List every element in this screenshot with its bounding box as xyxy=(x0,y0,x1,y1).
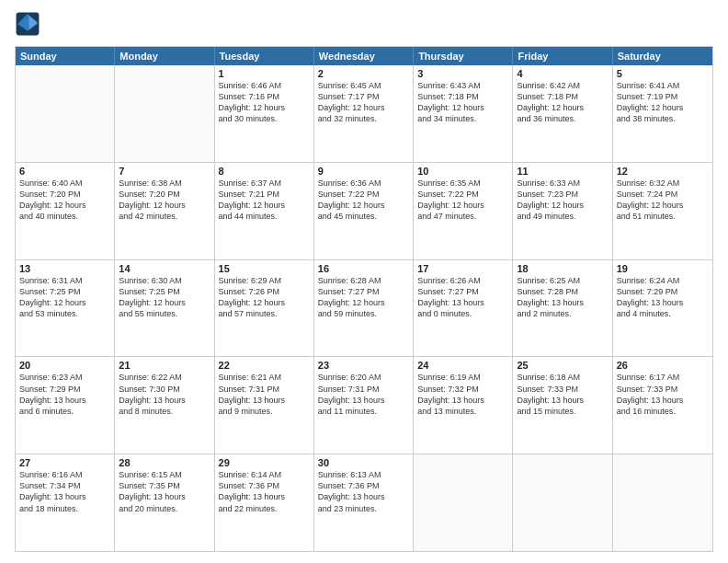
day-info: Sunrise: 6:30 AM Sunset: 7:25 PM Dayligh… xyxy=(119,275,210,320)
day-number: 19 xyxy=(617,263,709,274)
day-info: Sunrise: 6:31 AM Sunset: 7:25 PM Dayligh… xyxy=(19,275,110,320)
logo xyxy=(15,11,44,37)
day-number: 28 xyxy=(119,457,210,468)
day-cell-9: 9Sunrise: 6:36 AM Sunset: 7:22 PM Daylig… xyxy=(314,163,414,259)
day-number: 2 xyxy=(318,68,409,79)
weekday-header-thursday: Thursday xyxy=(414,47,513,65)
day-number: 27 xyxy=(19,457,110,468)
calendar-row-3: 13Sunrise: 6:31 AM Sunset: 7:25 PM Dayli… xyxy=(16,260,712,358)
day-info: Sunrise: 6:25 AM Sunset: 7:28 PM Dayligh… xyxy=(517,275,608,320)
day-cell-15: 15Sunrise: 6:29 AM Sunset: 7:26 PM Dayli… xyxy=(215,260,314,357)
day-info: Sunrise: 6:13 AM Sunset: 7:36 PM Dayligh… xyxy=(318,469,409,514)
day-info: Sunrise: 6:22 AM Sunset: 7:30 PM Dayligh… xyxy=(119,372,210,417)
day-info: Sunrise: 6:24 AM Sunset: 7:29 PM Dayligh… xyxy=(617,275,709,320)
day-info: Sunrise: 6:26 AM Sunset: 7:27 PM Dayligh… xyxy=(417,275,508,320)
day-info: Sunrise: 6:46 AM Sunset: 7:16 PM Dayligh… xyxy=(219,80,310,125)
day-cell-19: 19Sunrise: 6:24 AM Sunset: 7:29 PM Dayli… xyxy=(613,260,712,357)
day-cell-13: 13Sunrise: 6:31 AM Sunset: 7:25 PM Dayli… xyxy=(16,260,115,357)
day-info: Sunrise: 6:36 AM Sunset: 7:22 PM Dayligh… xyxy=(318,178,409,223)
day-info: Sunrise: 6:17 AM Sunset: 7:33 PM Dayligh… xyxy=(617,372,709,417)
calendar-header-row: SundayMondayTuesdayWednesdayThursdayFrid… xyxy=(16,47,712,65)
day-cell-20: 20Sunrise: 6:23 AM Sunset: 7:29 PM Dayli… xyxy=(16,357,115,454)
day-info: Sunrise: 6:15 AM Sunset: 7:35 PM Dayligh… xyxy=(119,469,210,514)
weekday-header-saturday: Saturday xyxy=(613,47,712,65)
logo-icon xyxy=(15,11,40,37)
day-cell-21: 21Sunrise: 6:22 AM Sunset: 7:30 PM Dayli… xyxy=(115,357,214,454)
day-number: 29 xyxy=(219,457,310,468)
day-cell-2: 2Sunrise: 6:45 AM Sunset: 7:17 PM Daylig… xyxy=(314,65,414,162)
day-cell-27: 27Sunrise: 6:16 AM Sunset: 7:34 PM Dayli… xyxy=(16,454,115,551)
day-info: Sunrise: 6:19 AM Sunset: 7:32 PM Dayligh… xyxy=(417,372,508,417)
day-number: 8 xyxy=(219,166,310,177)
day-cell-5: 5Sunrise: 6:41 AM Sunset: 7:19 PM Daylig… xyxy=(613,65,712,162)
day-number: 13 xyxy=(19,263,110,274)
day-cell-8: 8Sunrise: 6:37 AM Sunset: 7:21 PM Daylig… xyxy=(215,163,314,259)
calendar-row-5: 27Sunrise: 6:16 AM Sunset: 7:34 PM Dayli… xyxy=(16,454,712,551)
day-info: Sunrise: 6:45 AM Sunset: 7:17 PM Dayligh… xyxy=(318,80,409,125)
day-number: 23 xyxy=(318,360,409,371)
day-cell-29: 29Sunrise: 6:14 AM Sunset: 7:36 PM Dayli… xyxy=(215,454,314,551)
day-cell-10: 10Sunrise: 6:35 AM Sunset: 7:22 PM Dayli… xyxy=(414,163,513,259)
empty-cell-r4c4 xyxy=(414,454,513,551)
day-number: 21 xyxy=(119,360,210,371)
calendar: SundayMondayTuesdayWednesdayThursdayFrid… xyxy=(15,46,713,552)
day-number: 9 xyxy=(318,166,409,177)
day-info: Sunrise: 6:32 AM Sunset: 7:24 PM Dayligh… xyxy=(617,178,709,223)
day-cell-24: 24Sunrise: 6:19 AM Sunset: 7:32 PM Dayli… xyxy=(414,357,513,454)
calendar-row-4: 20Sunrise: 6:23 AM Sunset: 7:29 PM Dayli… xyxy=(16,357,712,454)
empty-cell-r4c6 xyxy=(613,454,712,551)
day-info: Sunrise: 6:14 AM Sunset: 7:36 PM Dayligh… xyxy=(219,469,310,514)
day-info: Sunrise: 6:18 AM Sunset: 7:33 PM Dayligh… xyxy=(517,372,608,417)
calendar-row-1: 1Sunrise: 6:46 AM Sunset: 7:16 PM Daylig… xyxy=(16,65,712,163)
day-cell-30: 30Sunrise: 6:13 AM Sunset: 7:36 PM Dayli… xyxy=(314,454,414,551)
page: SundayMondayTuesdayWednesdayThursdayFrid… xyxy=(0,0,728,563)
day-number: 30 xyxy=(318,457,409,468)
day-info: Sunrise: 6:38 AM Sunset: 7:20 PM Dayligh… xyxy=(119,178,210,223)
calendar-row-2: 6Sunrise: 6:40 AM Sunset: 7:20 PM Daylig… xyxy=(16,163,712,260)
day-info: Sunrise: 6:40 AM Sunset: 7:20 PM Dayligh… xyxy=(19,178,110,223)
day-cell-3: 3Sunrise: 6:43 AM Sunset: 7:18 PM Daylig… xyxy=(414,65,513,162)
day-number: 14 xyxy=(119,263,210,274)
day-info: Sunrise: 6:21 AM Sunset: 7:31 PM Dayligh… xyxy=(219,372,310,417)
day-cell-11: 11Sunrise: 6:33 AM Sunset: 7:23 PM Dayli… xyxy=(513,163,612,259)
day-cell-14: 14Sunrise: 6:30 AM Sunset: 7:25 PM Dayli… xyxy=(115,260,214,357)
day-info: Sunrise: 6:20 AM Sunset: 7:31 PM Dayligh… xyxy=(318,372,409,417)
day-cell-1: 1Sunrise: 6:46 AM Sunset: 7:16 PM Daylig… xyxy=(215,65,314,162)
weekday-header-sunday: Sunday xyxy=(16,47,115,65)
day-number: 1 xyxy=(219,68,310,79)
day-info: Sunrise: 6:41 AM Sunset: 7:19 PM Dayligh… xyxy=(617,80,709,125)
day-info: Sunrise: 6:42 AM Sunset: 7:18 PM Dayligh… xyxy=(517,80,608,125)
weekday-header-tuesday: Tuesday xyxy=(215,47,314,65)
empty-cell-r0c0 xyxy=(16,65,115,162)
day-number: 26 xyxy=(617,360,709,371)
empty-cell-r0c1 xyxy=(115,65,214,162)
day-info: Sunrise: 6:29 AM Sunset: 7:26 PM Dayligh… xyxy=(219,275,310,320)
day-info: Sunrise: 6:43 AM Sunset: 7:18 PM Dayligh… xyxy=(417,80,508,125)
day-cell-23: 23Sunrise: 6:20 AM Sunset: 7:31 PM Dayli… xyxy=(314,357,414,454)
weekday-header-monday: Monday xyxy=(115,47,214,65)
day-cell-4: 4Sunrise: 6:42 AM Sunset: 7:18 PM Daylig… xyxy=(513,65,612,162)
day-number: 22 xyxy=(219,360,310,371)
calendar-body: 1Sunrise: 6:46 AM Sunset: 7:16 PM Daylig… xyxy=(16,65,712,551)
day-cell-6: 6Sunrise: 6:40 AM Sunset: 7:20 PM Daylig… xyxy=(16,163,115,259)
weekday-header-friday: Friday xyxy=(513,47,612,65)
day-number: 3 xyxy=(417,68,508,79)
day-cell-28: 28Sunrise: 6:15 AM Sunset: 7:35 PM Dayli… xyxy=(115,454,214,551)
day-info: Sunrise: 6:16 AM Sunset: 7:34 PM Dayligh… xyxy=(19,469,110,514)
day-number: 16 xyxy=(318,263,409,274)
day-cell-22: 22Sunrise: 6:21 AM Sunset: 7:31 PM Dayli… xyxy=(215,357,314,454)
day-number: 10 xyxy=(417,166,508,177)
day-number: 6 xyxy=(19,166,110,177)
day-number: 7 xyxy=(119,166,210,177)
day-info: Sunrise: 6:28 AM Sunset: 7:27 PM Dayligh… xyxy=(318,275,409,320)
day-cell-18: 18Sunrise: 6:25 AM Sunset: 7:28 PM Dayli… xyxy=(513,260,612,357)
day-info: Sunrise: 6:23 AM Sunset: 7:29 PM Dayligh… xyxy=(19,372,110,417)
day-number: 4 xyxy=(517,68,608,79)
empty-cell-r4c5 xyxy=(513,454,612,551)
day-cell-7: 7Sunrise: 6:38 AM Sunset: 7:20 PM Daylig… xyxy=(115,163,214,259)
day-number: 17 xyxy=(417,263,508,274)
day-number: 18 xyxy=(517,263,608,274)
day-cell-26: 26Sunrise: 6:17 AM Sunset: 7:33 PM Dayli… xyxy=(613,357,712,454)
day-number: 15 xyxy=(219,263,310,274)
day-info: Sunrise: 6:35 AM Sunset: 7:22 PM Dayligh… xyxy=(417,178,508,223)
